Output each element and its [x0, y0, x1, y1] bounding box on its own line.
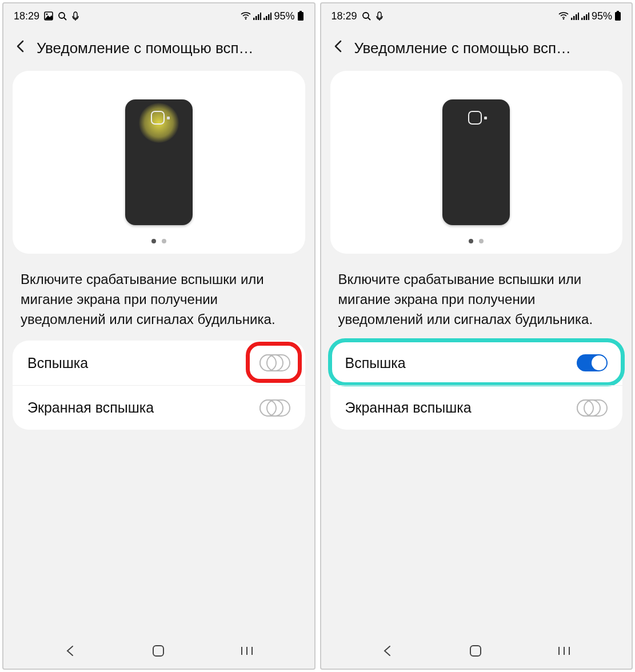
signal-icon-2 — [263, 12, 271, 20]
row-flash[interactable]: Вспышка — [330, 341, 623, 385]
row-flash-label: Вспышка — [27, 355, 88, 371]
nav-home-button[interactable] — [469, 644, 482, 658]
page-header: Уведомление с помощью всп… — [3, 29, 314, 71]
preview-card[interactable] — [13, 71, 305, 254]
svg-line-3 — [64, 18, 66, 20]
svg-rect-24 — [571, 18, 573, 20]
svg-point-2 — [59, 13, 65, 18]
nav-home-button[interactable] — [151, 644, 165, 658]
page-dot-2[interactable] — [162, 239, 166, 243]
camera-icon — [468, 111, 482, 125]
page-header: Уведомление с помощью всп… — [321, 29, 632, 71]
settings-list: Вспышка Экранная вспышка — [330, 341, 623, 430]
voice-icon — [71, 11, 79, 21]
camera-flash-dot — [167, 117, 170, 119]
camera-icon — [151, 111, 165, 125]
status-bar: 18:29 95% — [321, 3, 632, 29]
page-indicator — [151, 239, 166, 243]
status-bar: 18:29 95% — [3, 3, 314, 29]
wifi-icon — [241, 12, 251, 20]
toggle-screen-flash[interactable] — [577, 399, 608, 417]
battery-icon — [614, 11, 621, 21]
svg-rect-11 — [266, 16, 267, 20]
svg-rect-9 — [260, 13, 261, 20]
svg-rect-10 — [263, 18, 265, 20]
phone-screen-left: 18:29 95% — [2, 2, 315, 670]
battery-pct: 95% — [592, 10, 612, 22]
page-dot-1[interactable] — [469, 239, 473, 243]
svg-line-21 — [368, 18, 370, 20]
svg-rect-16 — [153, 646, 163, 656]
svg-rect-15 — [298, 12, 303, 21]
settings-list: Вспышка Экранная вспышка — [13, 341, 305, 430]
svg-rect-28 — [581, 18, 583, 20]
svg-rect-14 — [299, 11, 302, 12]
nav-recents-button[interactable] — [557, 645, 571, 657]
svg-rect-6 — [253, 18, 255, 20]
battery-pct: 95% — [274, 10, 294, 22]
row-flash[interactable]: Вспышка — [13, 341, 305, 385]
svg-rect-13 — [270, 13, 271, 20]
svg-rect-33 — [615, 12, 621, 21]
svg-point-23 — [563, 18, 565, 20]
svg-rect-26 — [576, 14, 577, 20]
page-indicator — [469, 239, 484, 243]
camera-flash-dot — [484, 117, 487, 119]
nav-bar — [321, 633, 632, 669]
search-icon — [58, 11, 67, 21]
svg-point-1 — [46, 14, 48, 15]
row-screen-flash[interactable]: Экранная вспышка — [13, 385, 305, 430]
status-time: 18:29 — [14, 10, 39, 22]
battery-icon — [297, 11, 304, 21]
phone-screen-right: 18:29 95% Уве — [320, 2, 633, 670]
svg-rect-12 — [268, 14, 270, 20]
back-button[interactable] — [330, 39, 346, 57]
description-text: Включите срабатывание вспышки или мигани… — [321, 254, 632, 341]
phone-mock-illustration — [442, 99, 510, 225]
page-title: Уведомление с помощью всп… — [37, 39, 305, 57]
toggle-screen-flash[interactable] — [259, 399, 290, 417]
row-screen-flash-label: Экранная вспышка — [27, 399, 154, 416]
toggle-flash[interactable] — [577, 354, 608, 371]
gallery-icon — [44, 11, 53, 21]
svg-rect-29 — [584, 16, 585, 20]
nav-back-button[interactable] — [64, 645, 77, 657]
wifi-icon — [558, 12, 569, 20]
svg-rect-30 — [586, 14, 588, 20]
phone-mock-illustration — [125, 99, 193, 225]
svg-rect-25 — [573, 16, 575, 20]
svg-point-20 — [363, 13, 369, 18]
signal-icon-2 — [581, 12, 589, 20]
description-text: Включите срабатывание вспышки или мигани… — [3, 254, 314, 341]
page-dot-2[interactable] — [479, 239, 484, 243]
row-screen-flash[interactable]: Экранная вспышка — [330, 385, 623, 430]
nav-bar — [3, 633, 314, 669]
toggle-flash[interactable] — [259, 354, 290, 371]
signal-icon — [571, 12, 579, 20]
voice-icon — [376, 11, 384, 21]
search-icon — [362, 11, 371, 21]
back-button[interactable] — [13, 39, 29, 57]
row-screen-flash-label: Экранная вспышка — [345, 399, 472, 416]
svg-rect-31 — [588, 13, 589, 20]
page-title: Уведомление с помощью всп… — [354, 39, 623, 57]
svg-rect-32 — [617, 11, 619, 12]
svg-point-5 — [245, 18, 247, 20]
nav-recents-button[interactable] — [240, 645, 254, 657]
svg-rect-34 — [470, 646, 481, 656]
svg-rect-27 — [578, 13, 579, 20]
row-flash-label: Вспышка — [345, 355, 406, 371]
svg-rect-8 — [258, 14, 259, 20]
page-dot-1[interactable] — [151, 239, 156, 243]
signal-icon — [253, 12, 261, 20]
preview-card[interactable] — [330, 71, 623, 254]
status-time: 18:29 — [332, 10, 357, 22]
nav-back-button[interactable] — [381, 645, 394, 657]
svg-rect-7 — [255, 16, 257, 20]
